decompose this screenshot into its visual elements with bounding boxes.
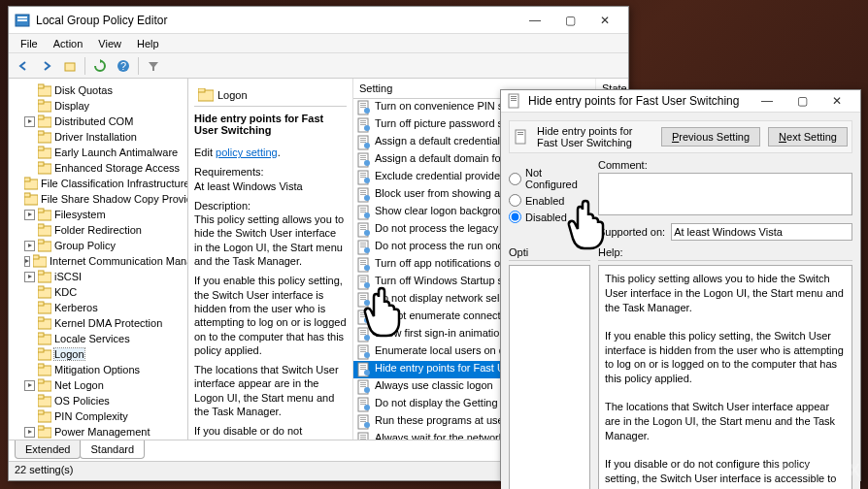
folder-icon bbox=[38, 409, 51, 423]
tree-label: Internet Communication Management bbox=[50, 255, 188, 267]
desc-p3: The locations that Switch User interface… bbox=[194, 363, 347, 418]
maximize-button[interactable]: ▢ bbox=[552, 10, 587, 31]
expander-icon[interactable]: ▸ bbox=[24, 380, 35, 391]
tree-item[interactable]: Kernel DMA Protection bbox=[11, 315, 185, 331]
up-button[interactable] bbox=[59, 55, 81, 77]
tree-item[interactable]: Early Launch Antimalware bbox=[11, 145, 185, 160]
tree-item[interactable]: Driver Installation bbox=[11, 129, 185, 145]
previous-setting-button[interactable]: Previous Setting bbox=[661, 127, 760, 147]
svg-rect-70 bbox=[360, 124, 366, 125]
tree-item[interactable]: Disk Quotas bbox=[11, 82, 185, 98]
supported-label: Supported on: bbox=[598, 226, 665, 238]
dialog-maximize-button[interactable]: ▢ bbox=[785, 90, 819, 112]
svg-point-96 bbox=[364, 212, 370, 218]
menu-action[interactable]: Action bbox=[46, 36, 91, 51]
svg-rect-68 bbox=[360, 120, 366, 121]
tree-item[interactable]: ▸Distributed COM bbox=[11, 114, 185, 129]
radio-disabled[interactable]: Disabled bbox=[509, 209, 590, 225]
tree-item[interactable]: ▸Filesystem bbox=[11, 207, 185, 222]
tree-item[interactable]: Folder Redirection bbox=[11, 222, 185, 238]
tree-item[interactable]: Enhanced Storage Access bbox=[11, 160, 185, 176]
minimize-button[interactable]: — bbox=[517, 10, 552, 31]
tree-pane[interactable]: Disk QuotasDisplay▸Distributed COMDriver… bbox=[9, 79, 188, 440]
svg-rect-138 bbox=[360, 365, 366, 366]
expander-icon[interactable]: ▸ bbox=[24, 210, 35, 220]
main-title: Local Group Policy Editor bbox=[36, 14, 517, 27]
edit-policy-link[interactable]: policy setting bbox=[216, 147, 278, 158]
tree-item[interactable]: KDC bbox=[11, 284, 185, 300]
close-button[interactable]: ✕ bbox=[587, 10, 622, 31]
tree-item[interactable]: Mitigation Options bbox=[11, 362, 185, 377]
comment-textarea[interactable] bbox=[598, 173, 852, 215]
next-setting-button[interactable]: Next Setting bbox=[768, 127, 848, 147]
svg-point-76 bbox=[364, 143, 370, 148]
tree-item[interactable]: File Classification Infrastructure bbox=[11, 176, 185, 191]
tree-item[interactable]: PIN Complexity bbox=[11, 408, 185, 424]
setting-icon bbox=[356, 344, 372, 360]
refresh-button[interactable] bbox=[89, 55, 111, 77]
expander-icon[interactable]: ▸ bbox=[24, 272, 35, 282]
forward-button[interactable] bbox=[36, 55, 57, 77]
policy-icon bbox=[507, 93, 522, 109]
svg-rect-35 bbox=[38, 302, 44, 306]
tree-item[interactable]: ▸Power Management bbox=[11, 424, 185, 440]
folder-icon bbox=[38, 239, 51, 252]
radio-enabled[interactable]: Enabled bbox=[509, 192, 590, 209]
policy-dialog: Hide entry points for Fast User Switchin… bbox=[500, 89, 861, 481]
svg-text:?: ? bbox=[120, 60, 126, 72]
watermark: UGETFIX bbox=[773, 461, 862, 481]
setting-icon bbox=[356, 187, 372, 203]
tree-item[interactable]: ▸Net Logon bbox=[11, 377, 185, 393]
svg-rect-27 bbox=[38, 240, 44, 244]
dialog-titlebar[interactable]: Hide entry points for Fast User Switchin… bbox=[501, 90, 860, 113]
tree-item[interactable]: OS Policies bbox=[11, 393, 185, 408]
dialog-title: Hide entry points for Fast User Switchin… bbox=[528, 94, 750, 108]
tree-item[interactable]: Locale Services bbox=[11, 331, 185, 346]
svg-rect-144 bbox=[360, 384, 366, 385]
main-titlebar[interactable]: Local Group Policy Editor — ▢ ✕ bbox=[9, 7, 628, 34]
menu-help[interactable]: Help bbox=[129, 36, 167, 51]
svg-rect-148 bbox=[360, 400, 366, 401]
dialog-minimize-button[interactable]: — bbox=[750, 90, 785, 112]
svg-rect-169 bbox=[511, 98, 517, 99]
tree-item[interactable]: File Share Shadow Copy Provider bbox=[11, 191, 185, 207]
desc-p1: This policy setting allows you to hide t… bbox=[194, 213, 344, 267]
svg-rect-41 bbox=[38, 348, 44, 352]
tab-standard[interactable]: Standard bbox=[80, 440, 145, 459]
expander-icon[interactable]: ▸ bbox=[24, 427, 35, 438]
svg-rect-84 bbox=[360, 175, 366, 176]
tree-item[interactable]: ▸Internet Communication Management bbox=[11, 253, 185, 269]
tree-item[interactable]: Display bbox=[11, 98, 185, 114]
expander-icon[interactable]: ▸ bbox=[24, 116, 35, 127]
desc-p2: If you enable this policy setting, the S… bbox=[194, 274, 347, 357]
tree-item[interactable]: ▸iSCSI bbox=[11, 269, 185, 284]
menu-view[interactable]: View bbox=[90, 36, 129, 51]
folder-icon bbox=[38, 332, 51, 345]
filter-button[interactable] bbox=[143, 55, 164, 77]
setting-icon bbox=[356, 432, 372, 440]
svg-rect-47 bbox=[38, 395, 44, 399]
tree-item[interactable]: Kerberos bbox=[11, 300, 185, 315]
req-value: At least Windows Vista bbox=[194, 180, 303, 192]
tab-extended[interactable]: Extended bbox=[15, 440, 81, 459]
setting-icon bbox=[356, 292, 372, 308]
tree-label: File Classification Infrastructure bbox=[41, 178, 188, 189]
expander-icon[interactable]: ▸ bbox=[24, 256, 30, 267]
desc-p4: If you disable or do not configure this … bbox=[194, 424, 347, 440]
radio-not-configured[interactable]: Not Configured bbox=[509, 165, 590, 192]
tree-item[interactable]: ▸Group Policy bbox=[11, 238, 185, 253]
svg-rect-150 bbox=[360, 404, 366, 405]
svg-rect-135 bbox=[360, 351, 366, 352]
folder-icon bbox=[38, 99, 51, 113]
tree-label: Kernel DMA Protection bbox=[54, 317, 162, 329]
expander-icon[interactable]: ▸ bbox=[24, 241, 35, 251]
tree-item[interactable]: Logon bbox=[11, 346, 185, 362]
menu-file[interactable]: File bbox=[13, 36, 46, 51]
svg-rect-88 bbox=[360, 190, 366, 191]
back-button[interactable] bbox=[13, 55, 34, 77]
svg-point-71 bbox=[364, 125, 370, 131]
svg-point-121 bbox=[364, 300, 370, 306]
help-button[interactable]: ? bbox=[113, 55, 134, 77]
svg-rect-64 bbox=[360, 105, 366, 106]
dialog-close-button[interactable]: ✕ bbox=[819, 90, 854, 112]
